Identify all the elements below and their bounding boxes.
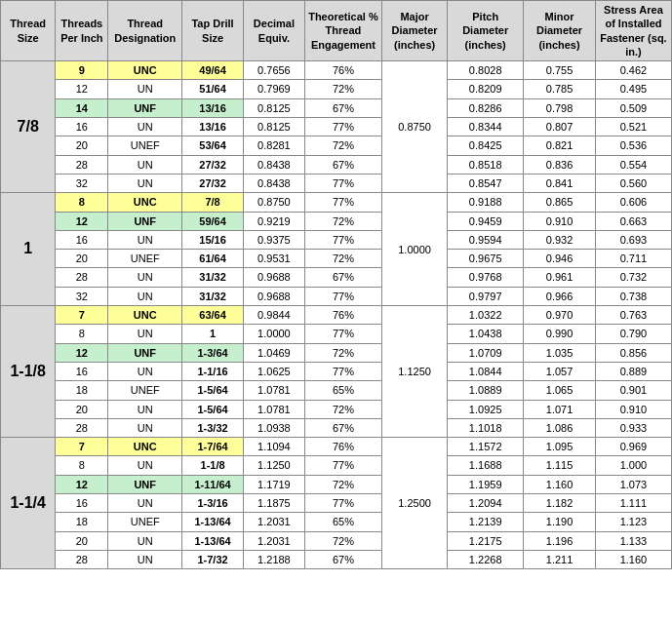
minor-cell: 1.115 [524, 456, 596, 475]
pitch-cell: 1.0889 [448, 381, 524, 400]
pct-cell: 76% [304, 61, 381, 80]
tap-drill-cell: 1-3/32 [182, 418, 244, 437]
pct-cell: 67% [304, 418, 381, 437]
pct-cell: 72% [304, 80, 381, 98]
minor-cell: 0.841 [524, 174, 596, 192]
pitch-cell: 1.2268 [448, 550, 524, 568]
pct-cell: 67% [304, 268, 381, 287]
stress-cell: 0.606 [595, 193, 671, 212]
tpi-cell: 16 [56, 362, 108, 380]
minor-cell: 1.065 [524, 381, 596, 400]
pitch-cell: 0.9675 [448, 250, 524, 268]
pct-cell: 77% [304, 287, 381, 305]
designation-cell: UNC [108, 306, 182, 325]
section-label: 1-1/8 [1, 306, 56, 438]
minor-cell: 0.966 [524, 287, 596, 305]
tap-drill-cell: 1-5/64 [182, 400, 244, 418]
pitch-cell: 0.9797 [448, 287, 524, 305]
tpi-cell: 12 [56, 475, 108, 493]
pct-cell: 76% [304, 438, 381, 456]
designation-cell: UNC [108, 438, 182, 456]
section-label: 1-1/4 [1, 438, 56, 569]
tap-drill-cell: 13/16 [182, 98, 244, 117]
pitch-cell: 0.8344 [448, 118, 524, 136]
stress-cell: 0.521 [595, 118, 671, 136]
minor-cell: 0.990 [524, 325, 596, 343]
designation-cell: UNEF [108, 513, 182, 531]
tpi-cell: 16 [56, 494, 108, 513]
decimal-cell: 1.2031 [244, 531, 305, 550]
tpi-cell: 8 [56, 456, 108, 475]
designation-cell: UN [108, 118, 182, 136]
minor-cell: 1.057 [524, 362, 596, 380]
header-minor: Minor Diameter (inches) [524, 1, 596, 61]
designation-cell: UN [108, 456, 182, 475]
pitch-cell: 1.0925 [448, 400, 524, 418]
tap-drill-cell: 1-7/64 [182, 438, 244, 456]
decimal-cell: 1.0625 [244, 362, 305, 380]
tap-drill-cell: 27/32 [182, 155, 244, 174]
tpi-cell: 18 [56, 381, 108, 400]
stress-cell: 0.711 [595, 250, 671, 268]
tpi-cell: 28 [56, 155, 108, 174]
tpi-cell: 20 [56, 400, 108, 418]
stress-cell: 1.123 [595, 513, 671, 531]
tpi-cell: 14 [56, 98, 108, 117]
pct-cell: 77% [304, 362, 381, 380]
pct-cell: 77% [304, 494, 381, 513]
stress-cell: 1.000 [595, 456, 671, 475]
tpi-cell: 12 [56, 212, 108, 230]
pitch-cell: 0.8518 [448, 155, 524, 174]
decimal-cell: 1.0000 [244, 325, 305, 343]
pct-cell: 67% [304, 550, 381, 568]
pct-cell: 67% [304, 98, 381, 117]
stress-cell: 0.889 [595, 362, 671, 380]
tpi-cell: 12 [56, 343, 108, 362]
pitch-cell: 0.8209 [448, 80, 524, 98]
major-diameter-cell: 1.2500 [381, 438, 447, 569]
pct-cell: 72% [304, 250, 381, 268]
decimal-cell: 1.2188 [244, 550, 305, 568]
tap-drill-cell: 1-13/64 [182, 531, 244, 550]
designation-cell: UN [108, 550, 182, 568]
minor-cell: 0.970 [524, 306, 596, 325]
tpi-cell: 32 [56, 174, 108, 192]
pct-cell: 72% [304, 212, 381, 230]
pct-cell: 65% [304, 513, 381, 531]
designation-cell: UNF [108, 475, 182, 493]
stress-cell: 0.790 [595, 325, 671, 343]
pct-cell: 77% [304, 118, 381, 136]
minor-cell: 0.961 [524, 268, 596, 287]
tpi-cell: 8 [56, 325, 108, 343]
tap-drill-cell: 63/64 [182, 306, 244, 325]
pitch-cell: 0.8028 [448, 61, 524, 80]
tpi-cell: 28 [56, 268, 108, 287]
header-thread-size: Thread Size [1, 1, 56, 61]
tap-drill-cell: 49/64 [182, 61, 244, 80]
stress-cell: 0.495 [595, 80, 671, 98]
stress-cell: 0.536 [595, 136, 671, 155]
pitch-cell: 1.2175 [448, 531, 524, 550]
pitch-cell: 1.0438 [448, 325, 524, 343]
stress-cell: 0.933 [595, 418, 671, 437]
pct-cell: 72% [304, 136, 381, 155]
pct-cell: 72% [304, 343, 381, 362]
pct-cell: 72% [304, 400, 381, 418]
minor-cell: 0.785 [524, 80, 596, 98]
minor-cell: 1.095 [524, 438, 596, 456]
decimal-cell: 0.9531 [244, 250, 305, 268]
tap-drill-cell: 61/64 [182, 250, 244, 268]
pct-cell: 67% [304, 155, 381, 174]
designation-cell: UN [108, 494, 182, 513]
pitch-cell: 0.8286 [448, 98, 524, 117]
stress-cell: 1.160 [595, 550, 671, 568]
tpi-cell: 32 [56, 287, 108, 305]
tpi-cell: 20 [56, 136, 108, 155]
header-stress: Stress Area of Installed Fastener (sq. i… [595, 1, 671, 61]
tap-drill-cell: 59/64 [182, 212, 244, 230]
tap-drill-cell: 13/16 [182, 118, 244, 136]
major-diameter-cell: 1.0000 [381, 193, 447, 306]
tap-drill-cell: 1-1/8 [182, 456, 244, 475]
decimal-cell: 1.1250 [244, 456, 305, 475]
minor-cell: 1.086 [524, 418, 596, 437]
